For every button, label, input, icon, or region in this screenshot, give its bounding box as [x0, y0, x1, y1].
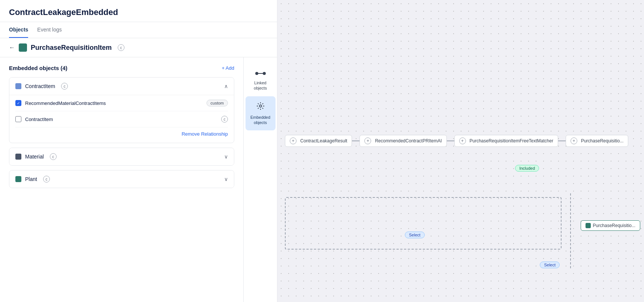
svg-point-0: [255, 72, 258, 75]
svg-point-2: [263, 72, 266, 75]
contract-item-label: ContractItem: [25, 83, 55, 89]
select-badge-2[interactable]: Select: [540, 262, 560, 268]
section-title: Embedded objects (4): [9, 65, 67, 71]
tabs-bar: Objects Event logs: [0, 22, 277, 38]
back-button[interactable]: ←: [9, 44, 15, 51]
add-button[interactable]: + Add: [222, 65, 234, 71]
embedded-icon: [256, 102, 265, 112]
material-info[interactable]: c: [50, 153, 57, 160]
accordion-header-material[interactable]: Material c ∨: [9, 148, 234, 165]
entity-name: PurchaseRequisitionItem: [31, 44, 112, 52]
selection-box: [285, 197, 562, 250]
accordion-plant: Plant c ∨: [9, 170, 234, 188]
material-label: Material: [25, 154, 44, 160]
select-badge-1[interactable]: Select: [405, 232, 425, 238]
relation-recommended: ✓ RecommendedMaterialContractItems custo…: [15, 95, 228, 111]
svg-point-3: [259, 105, 262, 107]
node-plus-prr: +: [571, 138, 577, 144]
embedded-panel: Embedded objects (4) + Add ContractItem …: [0, 57, 243, 302]
node-plus-prf: +: [459, 138, 466, 144]
tab-objects[interactable]: Objects: [9, 22, 28, 38]
linked-icon: [255, 70, 266, 78]
accordion-header-contract-item[interactable]: ContractItem c ∧: [9, 78, 234, 95]
relation-contract-item: ContractItem c: [15, 111, 228, 127]
node-recommended-contract[interactable]: + RecommendedContractPRItemAI: [359, 135, 446, 147]
pr-node-connector: [570, 193, 571, 268]
contract-item-child-info[interactable]: c: [221, 116, 228, 123]
included-badge: Included: [515, 165, 539, 172]
breadcrumb: ← PurchaseRequisitionItem c: [0, 38, 277, 57]
embedded-objects-label: Embedded objects: [249, 115, 272, 126]
plant-label: Plant: [25, 176, 37, 182]
page-title: ContractLeakageEmbedded: [0, 0, 277, 22]
contract-item-chevron: ∧: [224, 83, 228, 89]
accordion-header-plant[interactable]: Plant c ∨: [9, 170, 234, 188]
material-icon: [15, 154, 21, 160]
remove-relationship-link[interactable]: Remove Relationship: [181, 131, 228, 137]
graph-content: + ContractLeakageResult + RecommendedCon…: [277, 0, 644, 302]
sidebar-embedded-objects[interactable]: Embedded objects: [246, 96, 276, 131]
pr-node-icon: [586, 223, 591, 228]
remove-btn-container: Remove Relationship: [15, 127, 228, 137]
node-plus-rc: +: [364, 138, 371, 144]
plant-chevron: ∨: [224, 176, 228, 182]
plant-icon: [15, 176, 21, 182]
node-purchase-req-free[interactable]: + PurchaseRequisitionItemFreeTextMatcher: [454, 135, 558, 147]
recommended-name: RecommendedMaterialContractItems: [25, 100, 203, 106]
node-plus-clr: +: [290, 138, 297, 144]
section-header: Embedded objects (4) + Add: [9, 65, 234, 71]
contract-item-child-name: ContractItem: [25, 117, 215, 122]
node-purchase-req-right[interactable]: + PurchaseRequisitio...: [566, 135, 628, 147]
sidebar-linked-objects[interactable]: Linked objects: [246, 65, 276, 96]
canvas-sidebar: Linked objects Embedded objects: [243, 57, 277, 302]
entity-info-badge[interactable]: c: [118, 44, 124, 51]
plant-info[interactable]: c: [43, 176, 50, 182]
contract-item-body: ✓ RecommendedMaterialContractItems custo…: [9, 95, 234, 143]
material-chevron: ∨: [224, 154, 228, 160]
contract-item-info[interactable]: c: [61, 83, 68, 90]
contract-item-icon: [15, 83, 21, 89]
tab-event-logs[interactable]: Event logs: [37, 22, 61, 38]
checkbox-contract-item[interactable]: [15, 116, 21, 122]
accordion-contract-item: ContractItem c ∧ ✓ RecommendedMaterialCo…: [9, 77, 234, 143]
custom-tag: custom: [207, 100, 228, 106]
node-contract-leakage-result[interactable]: + ContractLeakageResult: [285, 135, 352, 147]
linked-objects-label: Linked objects: [249, 80, 272, 91]
pr-node[interactable]: PurchaseRequisitio...: [581, 220, 640, 231]
checkbox-recommended[interactable]: ✓: [15, 100, 21, 106]
entity-icon: [19, 43, 27, 52]
accordion-material: Material c ∨: [9, 148, 234, 166]
graph-canvas: + ContractLeakageResult + RecommendedCon…: [277, 0, 644, 302]
